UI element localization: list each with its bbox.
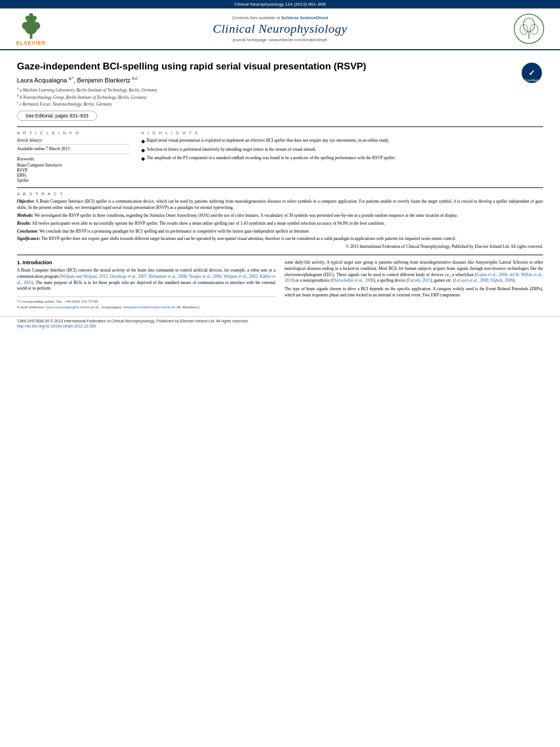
footnote-email: E-mail addresses: laura.acqualagna@tu-be… [17,305,275,311]
elsevier-text: ELSEVIER [16,40,46,46]
journal-emblem-icon [514,14,545,45]
abstract-copyright: © 2013 International Federation of Clini… [17,244,543,250]
highlights-header: H I G H L I G H T S [141,130,543,136]
svg-point-5 [25,16,30,20]
doi-link[interactable]: http://dx.doi.org/10.1016/j.clinph.2012.… [17,324,543,328]
bullet-2: ◆ [141,147,145,154]
journal-title: Clinical Neurophysiology [51,21,509,36]
article-title: Gaze-independent BCI-spelling using rapi… [17,60,515,73]
ref-lecuyer-link[interactable]: Lécuyer et al., 2008; Nijholt, 2009 [454,278,513,283]
svg-point-6 [32,16,37,20]
svg-text:CrossMark: CrossMark [525,78,539,82]
abstract-objective: Objective: A Brain Computer Interface (B… [17,199,543,211]
introduction-title: 1. Introduction [17,260,275,265]
header-right-logo [509,14,549,45]
elsevier-logo: ELSEVIER [11,12,51,46]
body-right-column: some daily-life activity. A typical targ… [285,260,543,311]
journal-citation: Clinical Neurophysiology 124 (2013) 901–… [234,2,326,7]
bottom-bar: 1388-2457/$36.00 © 2013 International Fe… [0,316,560,330]
main-content: Gaze-independent BCI-spelling using rapi… [0,50,560,316]
svg-point-8 [514,14,544,43]
top-bar: Clinical Neurophysiology 124 (2013) 901–… [0,0,560,8]
abstract-header: A B S T R A C T [17,191,543,196]
sciverse-line: Contents lists available at SciVerse Sci… [51,15,509,20]
keyword-1: Brain Computer Interfaces [17,163,130,168]
abstract-section: A B S T R A C T Objective: A Brain Compu… [17,187,543,250]
abstract-conclusion: Conclusion: We conclude that the RSVP is… [17,229,543,235]
keyword-4: Speller [17,178,130,183]
body-columns: 1. Introduction A Brain Computer Interfa… [17,255,543,311]
abstract-results: Results: All twelve participants were ab… [17,221,543,227]
highlights-panel: H I G H L I G H T S ◆ Rapid serial visua… [141,130,543,183]
homepage-line: journal homepage: www.elsevier.com/locat… [51,37,509,42]
keywords-label: Keywords: [17,156,130,161]
editorial-box: See Editorial, pages 831–833 [17,111,97,121]
svg-point-11 [520,24,528,34]
crossmark-icon: ✓ CrossMark [520,62,543,84]
svg-point-9 [523,18,535,32]
bullet-3: ◆ [141,155,145,163]
highlight-1: ◆ Rapid serial visual presentation is ex… [141,138,543,145]
bullet-1: ◆ [141,138,145,145]
abstract-methods: Methods: We investigated the RSVP spelle… [17,213,543,219]
journal-header-center: Contents lists available at SciVerse Sci… [51,15,509,42]
keyword-2: RSVP [17,168,130,173]
affiliations: a a Machine Learning Laboratory, Berlin … [17,86,515,107]
svg-point-7 [29,13,33,18]
issn-text: 1388-2457/$36.00 © 2013 International Fe… [17,319,543,323]
intro-paragraph-2: some daily-life activity. A typical targ… [285,260,543,285]
abstract-significance: Significance: The RSVP speller does not … [17,236,543,242]
keyword-3: ERPs [17,173,130,178]
svg-point-12 [530,24,538,34]
intro-paragraph-1: A Brain Computer Interface (BCI) convert… [17,268,275,292]
footnote-corresponding: * Corresponding author. Tel.: +49 (0)30 … [17,299,275,305]
footnote-section: * Corresponding author. Tel.: +49 (0)30 … [17,296,275,311]
highlight-3: ◆ The amplitude of the P3 component in a… [141,155,543,163]
ref-pfurt-link[interactable]: Pfurtscheller et al., 2008 [332,278,374,283]
sciverse-link[interactable]: SciVerse ScienceDirect [281,15,328,20]
ref-wolpaw-link[interactable]: Wolpaw and Wolpaw, 2012; Dornhege et al.… [17,274,275,285]
info-section: A R T I C L E I N F O Article history: A… [17,126,543,183]
elsevier-tree-icon [17,12,45,40]
article-info-panel: A R T I C L E I N F O Article history: A… [17,130,130,183]
body-left-column: 1. Introduction A Brain Computer Interfa… [17,260,275,311]
article-info-header: A R T I C L E I N F O [17,130,130,136]
crossmark-logo[interactable]: ✓ CrossMark [520,62,543,85]
available-online: Available online 7 March 2013 [17,146,130,151]
journal-header: ELSEVIER Contents lists available at Sci… [0,8,560,50]
authors: Laura Acqualagna a,*, Benjamin Blankertz… [17,76,515,84]
highlight-2: ◆ Selection of letters is performed intu… [141,147,543,154]
svg-text:✓: ✓ [528,68,535,77]
email-laura-link[interactable]: laura.acqualagna@tu-berlin.de [46,305,94,309]
intro-paragraph-3: The type of brain signals chosen to driv… [285,286,543,299]
ref-cecotti-link[interactable]: Cecotti, 2011 [408,278,431,283]
article-history-label: Article history: [17,138,130,145]
email-benjamin-link[interactable]: benjamin.blankertz@tu-berlin.de [123,305,176,309]
